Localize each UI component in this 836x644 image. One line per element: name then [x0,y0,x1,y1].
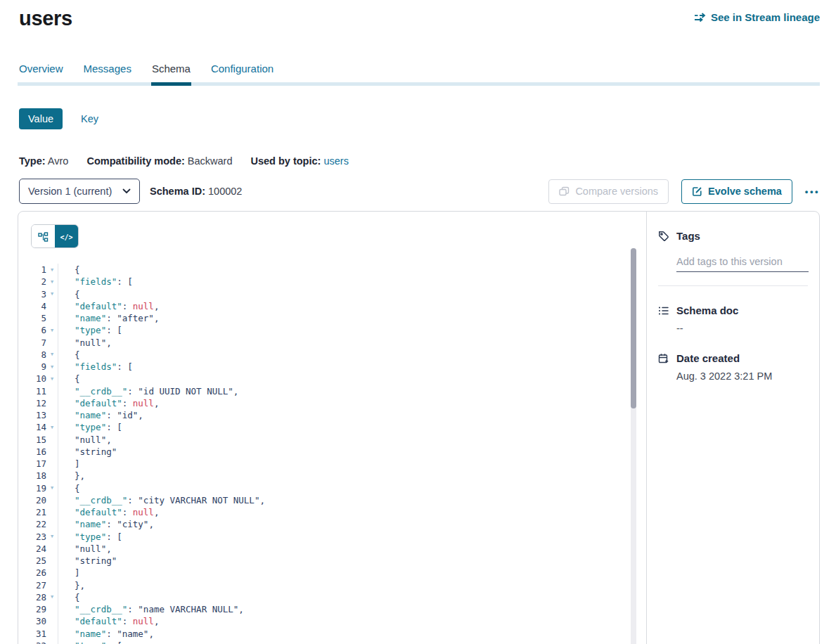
stream-lineage-label: See in Stream lineage [711,11,820,23]
topbar: users See in Stream lineage [0,0,836,30]
compare-versions-button[interactable]: Compare versions [548,179,669,204]
code-text: "default": null, [58,615,159,627]
code-line: 7 "null", [18,337,646,349]
code-text: "null", [58,337,112,349]
line-number: 8 [18,349,46,360]
code-line: 3▼ { [18,288,646,300]
tags-section: Tags [658,230,808,286]
schema-doc-header: Schema doc [658,304,808,316]
evolve-schema-button[interactable]: Evolve schema [681,179,792,204]
version-controls-right: Compare versions Evolve schema ••• [548,179,820,204]
evolve-schema-icon [692,186,702,197]
code-text: { [58,288,80,300]
line-number: 23 [18,532,46,542]
compatibility-value: Backward [188,155,233,167]
code-text: "type": [ [58,421,122,433]
schema-info-sidebar: Tags Schema doc -- [646,212,819,644]
fold-toggle-icon[interactable]: ▼ [46,594,58,600]
line-number: 2 [18,276,46,287]
date-created-title: Date created [676,352,740,364]
code-text: "name": "city", [58,518,154,530]
tab-configuration[interactable]: Configuration [211,63,274,82]
line-number: 1 [18,264,46,275]
key-toggle-link[interactable]: Key [81,113,98,124]
line-number: 7 [18,337,46,348]
fold-toggle-icon[interactable]: ▼ [46,328,58,333]
schema-code-pane: </> 1▼{2▼ "fields": [3▼ {4 "default": nu… [18,212,646,644]
code-view-button[interactable]: </> [55,225,78,248]
code-text: "string" [58,555,117,567]
fold-toggle-icon[interactable]: ▼ [46,267,58,273]
code-line: 27 }, [18,579,646,591]
stream-lineage-icon [694,13,706,22]
version-select-value: Version 1 (current) [28,186,112,197]
code-text: { [58,591,80,603]
fold-toggle-icon[interactable]: ▼ [46,352,58,357]
line-number: 11 [18,386,46,397]
tree-view-button[interactable] [32,225,55,248]
line-number: 18 [18,470,46,481]
code-text: "default": null, [58,300,159,312]
line-number: 12 [18,398,46,408]
fold-toggle-icon[interactable]: ▼ [46,425,58,430]
code-text: "type": [ [58,324,122,336]
code-view-icon: </> [60,233,72,241]
used-by-topic-link[interactable]: users [323,155,348,167]
line-number: 6 [18,325,46,335]
code-scrollbar[interactable] [631,248,636,644]
code-text: "name": "id", [58,409,143,421]
line-number: 13 [18,410,46,420]
fold-toggle-icon[interactable]: ▼ [46,534,58,539]
line-number: 24 [18,543,46,554]
code-text: "default": null, [58,506,159,518]
code-text: { [58,349,80,361]
line-number: 3 [18,289,46,300]
code-line: 25 "string" [18,555,646,567]
code-text: "__crdb__": "city VARCHAR NOT NULL", [58,494,265,506]
tab-bar: OverviewMessagesSchemaConfiguration [19,63,820,82]
schema-meta-row: Type: Avro Compatibility mode: Backward … [19,155,836,167]
fold-toggle-icon[interactable]: ▼ [46,376,58,382]
date-created-value: Aug. 3 2022 3:21 PM [676,371,808,382]
sidebar-divider [658,285,808,286]
fold-toggle-icon[interactable]: ▼ [46,291,58,297]
tab-messages[interactable]: Messages [84,63,131,82]
line-number: 9 [18,361,46,372]
version-controls-left: Version 1 (current) Schema ID: 100002 [19,179,242,204]
value-key-toggle: Value Key [19,108,836,129]
stream-lineage-link[interactable]: See in Stream lineage [694,11,820,23]
fold-toggle-icon[interactable]: ▼ [46,364,58,370]
tags-title: Tags [676,230,700,242]
compatibility-label: Compatibility mode: [86,155,184,167]
code-scrollbar-thumb[interactable] [631,248,636,408]
line-number: 4 [18,301,46,311]
version-select[interactable]: Version 1 (current) [19,179,140,204]
calendar-plus-icon [658,353,669,364]
line-number: 26 [18,567,46,578]
tab-overview[interactable]: Overview [19,63,63,82]
schema-doc-title: Schema doc [676,304,738,316]
line-number: 10 [18,373,46,384]
code-text: }, [58,579,85,591]
line-number: 16 [18,446,46,457]
page-title: users [19,7,72,30]
evolve-schema-label: Evolve schema [708,186,782,197]
line-number: 17 [18,458,46,469]
used-by-topic-label: Used by topic: [250,155,321,167]
line-number: 27 [18,580,46,591]
code-text: "type": [ [58,531,122,543]
code-line: 30 "default": null, [18,615,646,627]
tab-schema[interactable]: Schema [152,63,191,82]
schema-view-toggle: </> [31,224,79,248]
more-options-button[interactable]: ••• [805,186,820,197]
code-line: 20 "__crdb__": "city VARCHAR NOT NULL", [18,494,646,506]
value-toggle-button[interactable]: Value [19,108,63,129]
line-number: 25 [18,555,46,566]
fold-toggle-icon[interactable]: ▼ [46,279,58,285]
code-line: 16 "string" [18,446,646,458]
line-number: 21 [18,507,46,517]
active-tab-indicator [151,82,191,86]
tags-input[interactable] [676,256,809,272]
fold-toggle-icon[interactable]: ▼ [46,485,58,491]
code-line: 13 "name": "id", [18,409,646,421]
